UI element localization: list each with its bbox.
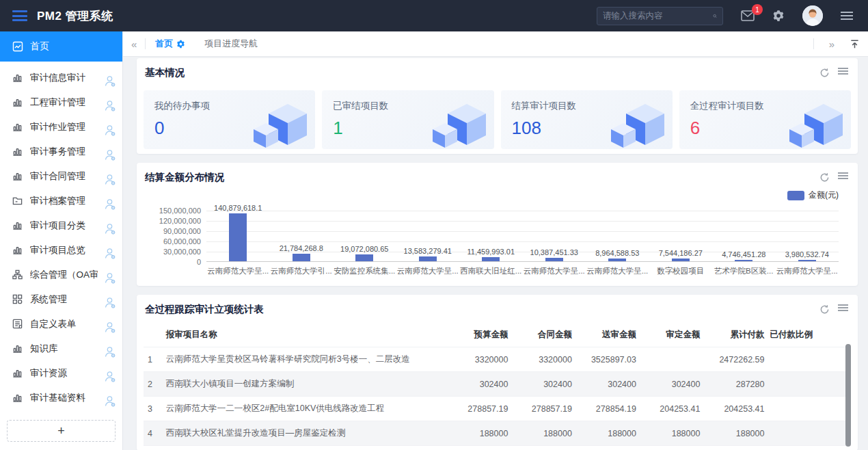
- user-gear-icon[interactable]: [105, 248, 116, 259]
- chart-bar[interactable]: [798, 260, 816, 261]
- sidebar-item[interactable]: 审计项目总览: [0, 238, 122, 263]
- stat-card[interactable]: 全过程审计项目数6: [679, 90, 851, 149]
- fold-up-icon[interactable]: [850, 39, 860, 49]
- sidebar-item[interactable]: 审计合同管理: [0, 164, 122, 189]
- panel-menu-icon[interactable]: [838, 68, 848, 78]
- sidebar-item[interactable]: 系统管理: [0, 287, 122, 312]
- sidebar-item[interactable]: 综合管理（OA审批）: [0, 263, 122, 287]
- chart-bar[interactable]: [419, 256, 437, 261]
- org-icon: [12, 269, 23, 280]
- sidebar-item[interactable]: 工程审计管理: [0, 90, 122, 115]
- table-row[interactable]: 1云南师范大学呈贡校区马铃薯科学研究院同析3号楼一、二层改造3320000332…: [144, 347, 851, 372]
- bar-value-label: 19,072,080.65: [340, 245, 388, 253]
- stat-card[interactable]: 结算审计项目数108: [501, 90, 673, 149]
- chart-bar[interactable]: [608, 259, 626, 261]
- user-gear-icon[interactable]: [105, 272, 116, 284]
- panel-menu-icon[interactable]: [838, 304, 848, 315]
- chart-bar[interactable]: [545, 258, 563, 261]
- user-gear-icon[interactable]: [105, 346, 116, 358]
- table-row[interactable]: 4西南联大校区礼堂提升改造项目—房屋鉴定检测188000188000188000…: [144, 421, 851, 446]
- table-row[interactable]: 3云南师范大学一二一校区2#配电室10KV供电线路改造工程278857.1927…: [144, 397, 851, 421]
- search-icon[interactable]: [713, 11, 717, 21]
- table-scrollbar-thumb[interactable]: [845, 344, 851, 447]
- cell-submitted: 302400: [575, 372, 639, 397]
- chart-x-axis: 云南师范大学呈...云南师范大学引...安防监控系统集...云南师范大学呈...…: [206, 265, 839, 276]
- x-axis-category-label: 云南师范大学呈...: [776, 265, 839, 276]
- chart-bar[interactable]: [672, 259, 690, 261]
- user-gear-icon[interactable]: [105, 174, 116, 185]
- chart-bar-column: 8,964,588.53: [586, 211, 649, 261]
- user-gear-icon[interactable]: [105, 223, 116, 235]
- cell-contract: 278857.19: [511, 397, 574, 421]
- x-axis-category-label: 艺术学院B区装...: [712, 265, 776, 276]
- refresh-icon[interactable]: [819, 304, 830, 315]
- main-content: 基本情况 我的待办事项0已审结项目数1结算审计项目数108全过程审计项目数6 结…: [123, 57, 868, 450]
- form-icon: [12, 319, 23, 330]
- cell-index: 3: [144, 397, 163, 421]
- sidebar-item[interactable]: 审计事务管理: [0, 140, 122, 164]
- chart-plot-area: 140,879,618.121,784,268.819,072,080.6513…: [206, 211, 839, 262]
- chart-bar[interactable]: [355, 254, 373, 261]
- user-gear-icon[interactable]: [105, 395, 116, 407]
- more-menu-icon[interactable]: [841, 12, 853, 20]
- user-avatar[interactable]: [802, 5, 823, 26]
- sidebar-item[interactable]: 审计作业管理: [0, 115, 122, 140]
- user-gear-icon[interactable]: [105, 371, 116, 382]
- search-input[interactable]: [603, 11, 713, 21]
- table-row[interactable]: 5云南师范大学呈贡校区青教公寓地下室配电系统改造工程12680012680014…: [144, 446, 851, 450]
- chart-legend[interactable]: 金额(元): [144, 189, 839, 201]
- chart-bar[interactable]: [735, 260, 752, 261]
- y-axis-tick-label: 60,000,000: [163, 237, 201, 246]
- stat-card[interactable]: 我的待办事项0: [144, 90, 315, 149]
- col-header-index: [144, 323, 163, 347]
- y-axis-tick-label: 0: [197, 258, 201, 266]
- x-axis-category-label: 云南师范大学呈...: [523, 265, 586, 276]
- chart-bar[interactable]: [482, 257, 500, 261]
- chart-bar[interactable]: [293, 254, 310, 261]
- chart-bar-column: 19,072,080.65: [333, 211, 396, 261]
- col-header-submitted: 送审金额: [575, 323, 639, 347]
- table-row[interactable]: 2西南联大小镇项目一创建方案编制302400302400302400302400…: [144, 372, 851, 397]
- user-gear-icon[interactable]: [105, 149, 116, 161]
- tab-home[interactable]: 首页: [146, 31, 195, 56]
- user-gear-icon[interactable]: [105, 100, 116, 111]
- cell-paid: 204253.41: [703, 397, 767, 421]
- user-gear-icon[interactable]: [105, 297, 116, 308]
- refresh-icon[interactable]: [819, 172, 830, 183]
- refresh-icon[interactable]: [819, 68, 830, 78]
- hamburger-menu-icon[interactable]: [12, 10, 27, 21]
- panel-menu-icon[interactable]: [838, 172, 848, 183]
- sidebar-item[interactable]: 审计档案管理: [0, 189, 122, 213]
- sidebar-item-home[interactable]: 首页: [0, 31, 122, 62]
- user-gear-icon[interactable]: [105, 321, 116, 333]
- y-axis-tick-label: 120,000,000: [159, 217, 201, 225]
- cell-index: 5: [144, 446, 163, 450]
- sidebar-item[interactable]: 审计项目分类: [0, 213, 122, 238]
- x-axis-category-label: 安防监控系统集...: [333, 265, 396, 276]
- user-gear-icon[interactable]: [105, 198, 116, 210]
- cell-contract: 188000: [511, 421, 574, 446]
- col-header-contract: 合同金额: [511, 323, 574, 347]
- x-axis-category-label: 云南师范大学呈...: [586, 265, 649, 276]
- bar-value-label: 13,583,279.41: [404, 247, 452, 255]
- tabs-scroll-left-icon[interactable]: «: [123, 38, 145, 50]
- search-box[interactable]: [597, 7, 723, 25]
- settings-gear-icon[interactable]: [772, 10, 785, 22]
- sidebar-item[interactable]: 审计信息审计: [0, 66, 122, 90]
- sidebar-item[interactable]: 知识库: [0, 336, 122, 361]
- tabs-scroll-right-icon[interactable]: »: [821, 38, 843, 50]
- mail-icon[interactable]: 1: [741, 10, 755, 21]
- chart-bar[interactable]: [229, 213, 247, 261]
- sidebar-item[interactable]: 审计资源: [0, 361, 122, 386]
- user-gear-icon[interactable]: [105, 75, 116, 87]
- bar-chart-icon: [12, 146, 23, 157]
- sidebar-item[interactable]: 审计基础资料: [0, 386, 122, 410]
- col-header-approved: 审定金额: [639, 323, 703, 347]
- add-menu-button[interactable]: +: [7, 420, 116, 442]
- user-gear-icon[interactable]: [105, 124, 116, 136]
- tab-gear-icon[interactable]: [176, 40, 185, 49]
- y-axis-tick-label: 90,000,000: [163, 227, 201, 235]
- sidebar-item[interactable]: 自定义表单: [0, 312, 122, 336]
- stat-card[interactable]: 已审结项目数1: [322, 90, 493, 149]
- tab-project-progress-nav[interactable]: 项目进度导航: [195, 31, 267, 56]
